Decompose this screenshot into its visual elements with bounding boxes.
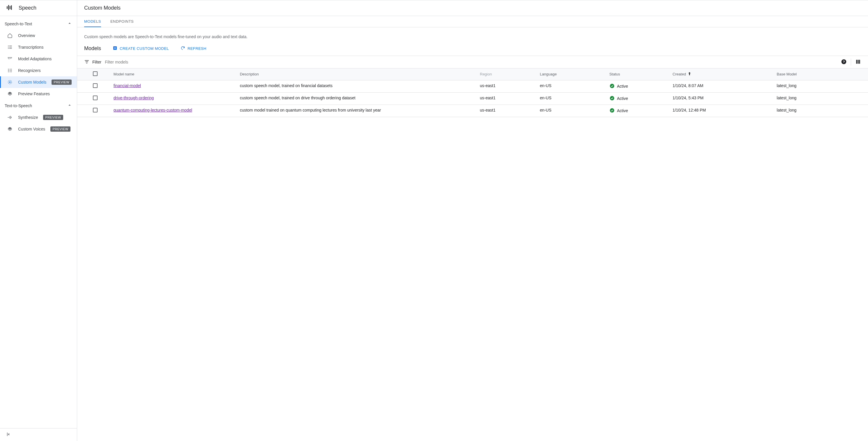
row-checkbox[interactable]	[93, 95, 97, 100]
page-header: Custom Models	[77, 0, 868, 16]
refresh-icon	[181, 46, 185, 51]
column-header-label: Created	[673, 72, 686, 76]
svg-rect-31	[86, 63, 88, 63]
svg-point-22	[10, 82, 10, 83]
tab-label: MODELS	[84, 19, 101, 24]
column-header-base-model[interactable]: Base Model	[773, 68, 868, 80]
check-circle-icon	[610, 95, 615, 102]
model-name-link[interactable]: quantum-computing-lectures-custom-model	[114, 108, 192, 112]
refresh-button[interactable]: REFRESH	[181, 46, 207, 51]
svg-rect-29	[85, 60, 89, 61]
sidebar-item-label: Custom Models	[18, 80, 46, 85]
model-name-link[interactable]: financial-model	[114, 83, 141, 88]
column-header-created[interactable]: Created	[669, 68, 773, 80]
svg-rect-7	[9, 47, 12, 48]
models-table: Model name Description Region Language S…	[77, 68, 868, 117]
home-icon	[7, 33, 13, 38]
model-description: custom model trained on quantum computin…	[237, 105, 476, 117]
custom-models-icon	[7, 80, 13, 85]
check-circle-icon	[610, 83, 615, 89]
sidebar: Speech Speech-to-Text Overview Transcrip…	[0, 0, 77, 441]
model-description: custom speech model, trained on financia…	[237, 80, 476, 92]
collapse-sidebar-icon[interactable]	[6, 431, 12, 438]
model-name-link[interactable]: drive-through-ordering	[114, 95, 154, 100]
model-base: latest_long	[773, 92, 868, 105]
svg-rect-34	[856, 60, 857, 63]
custom-voices-icon	[7, 126, 13, 131]
model-language: en-US	[536, 80, 606, 92]
filter-input[interactable]	[104, 59, 841, 65]
nav-section-text-to-speech[interactable]: Text-to-Speech	[0, 99, 77, 112]
model-description: custom speech model, trained on drive th…	[237, 92, 476, 105]
model-base: latest_long	[773, 105, 868, 117]
nav-section-label: Speech-to-Text	[5, 22, 32, 26]
help-icon[interactable]: ?	[841, 59, 847, 65]
status-text: Active	[617, 96, 628, 101]
sidebar-item-custom-voices[interactable]: Custom Voices PREVIEW	[0, 123, 77, 135]
tab-endpoints[interactable]: ENDPOINTS	[111, 16, 134, 27]
svg-rect-12	[10, 57, 10, 58]
tab-bar: MODELS ENDPOINTS	[77, 16, 868, 27]
svg-rect-3	[11, 5, 12, 10]
sidebar-item-recognizers[interactable]: Recognizers	[0, 65, 77, 76]
svg-rect-0	[7, 6, 7, 9]
sidebar-item-label: Synthesize	[18, 115, 38, 120]
synthesize-icon	[7, 115, 13, 120]
column-header-status[interactable]: Status	[606, 68, 669, 80]
model-language: en-US	[536, 105, 606, 117]
tab-models[interactable]: MODELS	[84, 16, 101, 27]
svg-rect-13	[10, 57, 11, 59]
sidebar-item-custom-models[interactable]: Custom Models PREVIEW	[0, 76, 77, 88]
chevron-up-icon	[67, 21, 72, 27]
filter-icon	[84, 59, 89, 65]
sidebar-item-label: Recognizers	[18, 68, 41, 73]
nav-section-speech-to-text[interactable]: Speech-to-Text	[0, 18, 77, 30]
intro-text: Custom speech models are Speech-to-Text …	[77, 27, 868, 42]
row-checkbox[interactable]	[93, 108, 97, 112]
svg-rect-19	[8, 72, 9, 72]
speech-product-icon	[6, 4, 13, 12]
create-custom-model-button[interactable]: CREATE CUSTOM MODEL	[113, 46, 169, 51]
select-all-checkbox[interactable]	[93, 71, 97, 76]
svg-rect-35	[858, 60, 858, 63]
sidebar-item-label: Custom Voices	[18, 127, 45, 131]
sidebar-item-transcriptions[interactable]: Transcriptions	[0, 41, 77, 53]
model-base: latest_long	[773, 80, 868, 92]
preview-badge: PREVIEW	[43, 115, 63, 120]
model-region: us-east1	[476, 105, 536, 117]
table-header-row: Model name Description Region Language S…	[77, 68, 868, 80]
svg-rect-1	[8, 5, 9, 10]
column-header-description[interactable]: Description	[237, 68, 476, 80]
table-row: drive-through-ordering custom speech mod…	[77, 92, 868, 105]
column-header-region[interactable]: Region	[476, 68, 536, 80]
plus-box-icon	[113, 46, 117, 51]
sidebar-item-model-adaptations[interactable]: Model Adaptations	[0, 53, 77, 65]
svg-rect-8	[8, 48, 9, 49]
model-created: 1/10/24, 12:48 PM	[669, 105, 773, 117]
svg-rect-30	[86, 61, 88, 62]
sidebar-item-overview[interactable]: Overview	[0, 30, 77, 41]
svg-rect-10	[8, 57, 8, 59]
row-checkbox[interactable]	[93, 83, 97, 88]
svg-rect-9	[9, 48, 12, 49]
svg-text:?: ?	[843, 60, 845, 63]
section-title: Models	[84, 46, 101, 52]
sidebar-nav: Speech-to-Text Overview Transcriptions M…	[0, 16, 77, 428]
column-settings-icon[interactable]	[855, 59, 861, 65]
divider	[851, 59, 851, 65]
sidebar-item-label: Model Adaptations	[18, 57, 52, 61]
arrow-up-icon	[687, 71, 692, 77]
column-header-language[interactable]: Language	[536, 68, 606, 80]
model-created: 1/10/24, 8:07 AM	[669, 80, 773, 92]
check-circle-icon	[610, 108, 615, 114]
filter-label: Filter	[92, 60, 101, 64]
svg-rect-25	[10, 116, 11, 119]
sidebar-item-synthesize[interactable]: Synthesize PREVIEW	[0, 112, 77, 123]
tab-label: ENDPOINTS	[111, 19, 134, 24]
svg-rect-26	[11, 117, 12, 118]
column-header-name[interactable]: Model name	[110, 68, 237, 80]
model-language: en-US	[536, 92, 606, 105]
sidebar-item-preview-features[interactable]: Preview Features	[0, 88, 77, 99]
svg-rect-2	[10, 6, 10, 9]
svg-rect-15	[8, 69, 9, 69]
